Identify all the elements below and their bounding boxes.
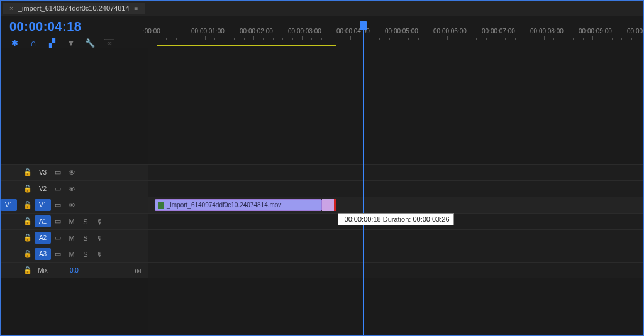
solo-button[interactable]: S [79, 234, 92, 242]
close-icon[interactable]: × [9, 5, 13, 12]
track-v3[interactable]: 🔓 V3 ▭ 👁 [1, 164, 643, 180]
mute-button[interactable]: M [65, 218, 79, 225]
source-patch-v1[interactable]: V1 [1, 199, 17, 211]
voiceover-icon[interactable]: 🎙 [92, 251, 106, 258]
playhead-handle[interactable] [360, 21, 367, 30]
sequence-tab[interactable]: × _import_6140974ddf0c10.24074814 ≡ [3, 3, 145, 14]
track-label[interactable]: A1 [35, 215, 51, 227]
track-a2[interactable]: 🔓 A2 ▭ M S 🎙 [1, 229, 643, 246]
mix-value[interactable]: 0.0 [70, 267, 79, 274]
track-head-spacer [1, 48, 148, 164]
mute-button[interactable]: M [65, 251, 79, 258]
sync-lock-icon[interactable]: ▭ [51, 250, 65, 258]
timeline-header: 00:00:04:18 ✱ ∩ ▞ ▼ 🔧 cc :00:0000:00:01:… [1, 16, 643, 48]
tab-menu-icon[interactable]: ≡ [135, 5, 139, 12]
captions-icon[interactable]: cc [104, 38, 114, 48]
trim-tooltip: -00:00:00:18 Duration: 00:00:03:26 [338, 213, 454, 225]
snap-icon[interactable]: ∩ [28, 38, 38, 48]
track-v2[interactable]: 🔓 V2 ▭ 👁 [1, 180, 643, 197]
nest-icon[interactable]: ✱ [9, 38, 19, 48]
track-mix[interactable]: 🔓 Mix 0.0 ⏭ [1, 262, 643, 278]
track-a3[interactable]: 🔓 A3 ▭ M S 🎙 [1, 246, 643, 262]
sync-lock-icon[interactable]: ▭ [51, 217, 65, 225]
lock-icon[interactable]: 🔓 [21, 266, 35, 274]
track-label[interactable]: V3 [35, 166, 51, 178]
voiceover-icon[interactable]: 🎙 [92, 234, 106, 242]
lock-icon[interactable]: 🔓 [21, 168, 35, 176]
linked-selection-icon[interactable]: ▞ [47, 38, 57, 48]
lock-icon[interactable]: 🔓 [21, 201, 35, 209]
track-label[interactable]: V2 [35, 183, 51, 195]
track-head-spacer [1, 274, 148, 335]
track-label[interactable]: V1 [35, 199, 51, 211]
lock-icon[interactable]: 🔓 [21, 234, 35, 242]
sync-lock-icon[interactable]: ▭ [51, 168, 65, 176]
sync-lock-icon[interactable]: ▭ [51, 185, 65, 193]
tab-bar: × _import_6140974ddf0c10.24074814 ≡ [1, 1, 643, 16]
tracks-area: 🔓 V3 ▭ 👁 🔓 V2 ▭ 👁 V1 🔓 V1 ▭ 👁 [1, 164, 643, 278]
settings-icon[interactable]: 🔧 [85, 38, 95, 48]
playhead-line [363, 28, 364, 335]
lock-icon[interactable]: 🔓 [21, 250, 35, 258]
track-label[interactable]: A2 [35, 232, 51, 244]
track-label[interactable]: A3 [35, 248, 51, 260]
lock-icon[interactable]: 🔓 [21, 217, 35, 225]
track-a1[interactable]: 🔓 A1 ▭ M S 🎙 [1, 213, 643, 229]
sync-lock-icon[interactable]: ▭ [51, 201, 65, 209]
voiceover-icon[interactable]: 🎙 [92, 218, 106, 225]
expand-icon[interactable]: ⏭ [134, 266, 142, 275]
playhead-timecode[interactable]: 00:00:04:18 [9, 20, 157, 33]
mute-button[interactable]: M [65, 234, 79, 242]
solo-button[interactable]: S [79, 218, 92, 225]
tab-title: _import_6140974ddf0c10.24074814 [18, 4, 130, 12]
eye-icon[interactable]: 👁 [65, 185, 79, 193]
sync-lock-icon[interactable]: ▭ [51, 234, 65, 242]
svg-text:cc: cc [108, 41, 113, 45]
time-ruler[interactable]: :00:0000:00:01:0000:00:02:0000:00:03:000… [157, 28, 643, 46]
lock-icon[interactable]: 🔓 [21, 185, 35, 193]
track-label: Mix [35, 264, 51, 276]
eye-icon[interactable]: 👁 [65, 202, 79, 209]
solo-button[interactable]: S [79, 251, 92, 258]
track-v1[interactable]: V1 🔓 V1 ▭ 👁 [1, 197, 643, 213]
marker-icon[interactable]: ▼ [66, 38, 76, 48]
eye-icon[interactable]: 👁 [65, 169, 79, 176]
